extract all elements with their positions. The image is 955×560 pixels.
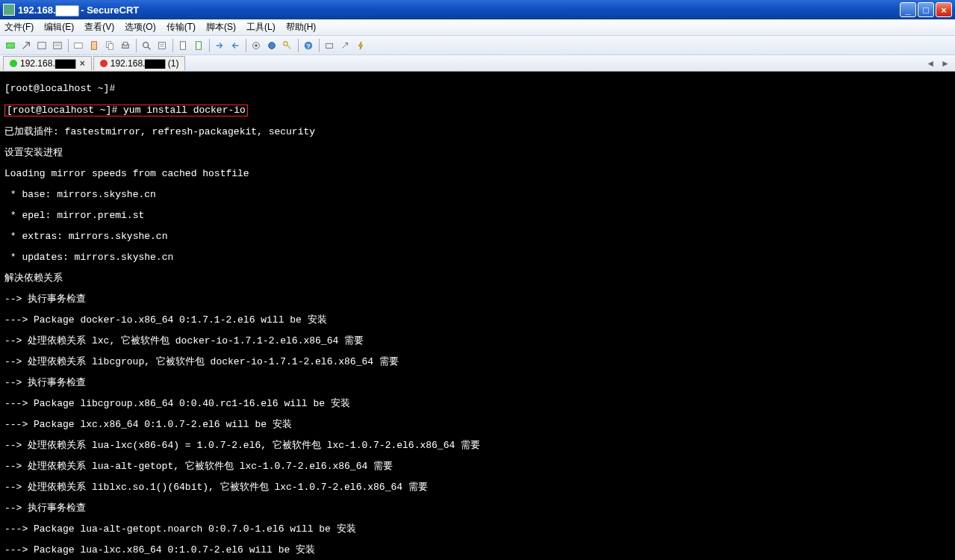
terminal-line: --> 执行事务检查 (4, 503, 951, 514)
tab-navigation: ◄ ► (924, 58, 952, 69)
svg-point-10 (143, 42, 149, 47)
tab-inactive[interactable]: 192.168.▇▇▇ (1) (93, 56, 186, 70)
terminal-line: --> 执行事务检查 (4, 294, 951, 305)
svg-rect-9 (123, 42, 127, 45)
terminal-line: * updates: mirrors.skyshe.cn (4, 252, 951, 263)
tab-active[interactable]: 192.168.▇▇▇ × (3, 56, 92, 70)
svg-rect-5 (92, 41, 97, 49)
properties-icon[interactable] (155, 38, 169, 53)
lightning-icon[interactable] (353, 38, 368, 53)
separator-icon (246, 39, 246, 52)
highlighted-command: [root@localhost ~]# yum install docker-i… (4, 105, 951, 116)
separator-icon (136, 39, 137, 52)
svg-point-18 (255, 44, 258, 47)
ftp-icon[interactable] (322, 38, 337, 53)
separator-icon (68, 39, 69, 52)
svg-text:?: ? (306, 41, 311, 49)
terminal[interactable]: [root@localhost ~]# [root@localhost ~]# … (0, 72, 955, 560)
svg-rect-15 (181, 41, 186, 49)
terminal-line: 设置安装进程 (4, 148, 951, 158)
terminal-line: ---> Package lua-alt-getopt.noarch 0:0.7… (4, 524, 951, 535)
copy-icon[interactable] (102, 38, 117, 53)
terminal-line: * extras: mirrors.skyshe.cn (4, 231, 951, 242)
tab-next-icon[interactable]: ► (939, 58, 952, 69)
svg-rect-24 (326, 43, 333, 48)
svg-rect-4 (75, 43, 83, 48)
separator-icon (319, 39, 320, 52)
svg-rect-12 (159, 42, 166, 49)
svg-rect-16 (196, 41, 202, 49)
tabbar: 192.168.▇▇▇ × 192.168.▇▇▇ (1) ◄ ► (0, 55, 955, 72)
window-buttons: _ □ × (900, 2, 952, 17)
terminal-line: 解决依赖关系 (4, 273, 951, 284)
log-icon[interactable] (175, 38, 190, 53)
key-icon[interactable] (280, 38, 295, 53)
disconnect-icon[interactable] (71, 38, 86, 53)
terminal-line: ---> Package lxc.x86_64 0:1.0.7-2.el6 wi… (4, 420, 951, 430)
menu-help[interactable]: 帮助(H) (286, 21, 317, 34)
terminal-line: --> 处理依赖关系 liblxc.so.1()(64bit), 它被软件包 l… (4, 482, 951, 493)
menu-options[interactable]: 选项(O) (125, 21, 155, 34)
terminal-line: Loading mirror speeds from cached hostfi… (4, 169, 951, 179)
forward-icon[interactable] (212, 38, 227, 53)
separator-icon (172, 39, 173, 52)
tab-prev-icon[interactable]: ◄ (924, 58, 937, 69)
toolbar: ? (0, 36, 955, 55)
quick-connect-icon[interactable] (19, 38, 34, 53)
connect-tab-icon[interactable] (34, 38, 49, 53)
separator-icon (209, 39, 210, 52)
close-tab-icon[interactable]: × (80, 58, 85, 69)
menu-view[interactable]: 查看(V) (84, 21, 114, 34)
svg-line-21 (287, 45, 290, 49)
terminal-line: --> 执行事务检查 (4, 378, 951, 388)
svg-rect-7 (108, 43, 113, 49)
svg-rect-3 (55, 43, 60, 46)
svg-rect-0 (7, 43, 15, 48)
terminal-line: --> 处理依赖关系 lua-lxc(x86-64) = 1.0.7-2.el6… (4, 441, 951, 451)
connected-icon (10, 60, 17, 67)
tab-label: 192.168.▇▇▇ (20, 58, 75, 69)
terminal-line: [root@localhost ~]# (4, 84, 951, 94)
svg-point-19 (269, 42, 276, 49)
terminal-line: ---> Package libcgroup.x86_64 0:0.40.rc1… (4, 399, 951, 409)
settings-icon[interactable] (249, 38, 264, 53)
menu-tools[interactable]: 工具(L) (246, 21, 276, 34)
menu-file[interactable]: 文件(F) (4, 21, 34, 34)
print-icon[interactable] (118, 38, 133, 53)
separator-icon (298, 39, 299, 52)
log-raw-icon[interactable] (191, 38, 206, 53)
titlebar[interactable]: 192.168.▇▇▇ - SecureCRT _ □ × (0, 0, 955, 19)
menu-script[interactable]: 脚本(S) (206, 21, 236, 34)
tab-label: 192.168.▇▇▇ (1) (111, 58, 179, 69)
minimize-button[interactable]: _ (900, 2, 916, 17)
connect-icon[interactable] (3, 38, 18, 53)
window-title: 192.168.▇▇▇ - SecureCRT (18, 4, 900, 16)
terminal-line: --> 处理依赖关系 lua-alt-getopt, 它被软件包 lxc-1.0… (4, 461, 951, 472)
terminal-line: * base: mirrors.skyshe.cn (4, 190, 951, 200)
close-window-button[interactable]: × (936, 2, 952, 17)
terminal-line: ---> Package docker-io.x86_64 0:1.7.1-2.… (4, 315, 951, 326)
svg-line-11 (148, 46, 151, 49)
help-icon[interactable]: ? (301, 38, 316, 53)
menu-edit[interactable]: 编辑(E) (44, 21, 74, 34)
terminal-line: --> 处理依赖关系 libcgroup, 它被软件包 docker-io-1.… (4, 357, 951, 367)
back-icon[interactable] (228, 38, 243, 53)
paste-icon[interactable] (87, 38, 102, 53)
reconnect-icon[interactable] (50, 38, 65, 53)
menu-transfer[interactable]: 传输(T) (167, 21, 196, 34)
terminal-line: --> 处理依赖关系 lxc, 它被软件包 docker-io-1.7.1-2.… (4, 336, 951, 346)
launch-icon[interactable] (337, 38, 352, 53)
terminal-line: ---> Package lua-lxc.x86_64 0:1.0.7-2.el… (4, 545, 951, 556)
global-options-icon[interactable] (264, 38, 279, 53)
disconnected-icon (100, 60, 108, 67)
svg-rect-1 (38, 42, 46, 49)
menubar: 文件(F) 编辑(E) 查看(V) 选项(O) 传输(T) 脚本(S) 工具(L… (0, 19, 955, 36)
maximize-button[interactable]: □ (918, 2, 934, 17)
app-icon (3, 4, 15, 16)
find-icon[interactable] (139, 38, 154, 53)
terminal-line: 已加载插件: fastestmirror, refresh-packagekit… (4, 127, 951, 137)
terminal-line: * epel: mirror.premi.st (4, 211, 951, 221)
